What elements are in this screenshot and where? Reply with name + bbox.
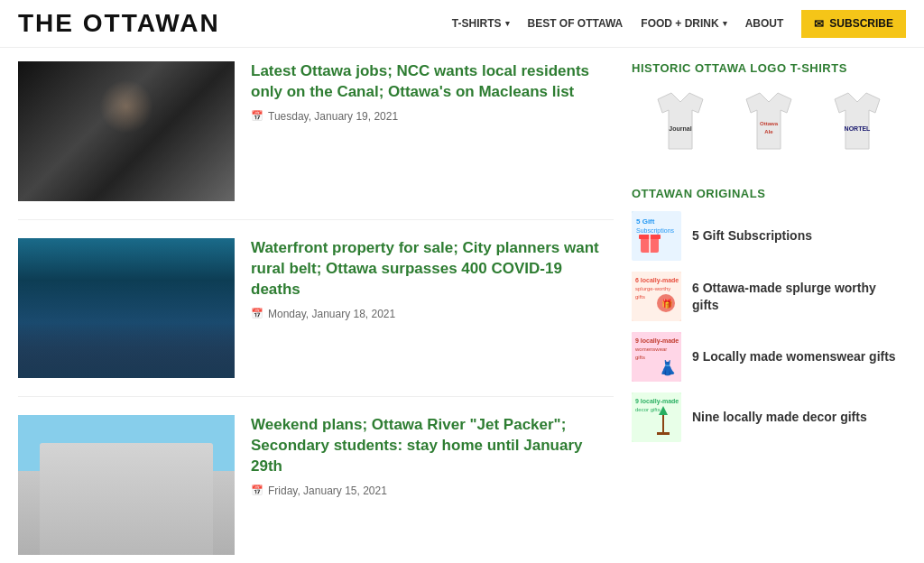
article-body: Weekend plans; Ottawa River "Jet Packer"… (251, 415, 614, 555)
sidebar: HISTORIC OTTAWA LOGO T-SHIRTS Journal Ot… (632, 61, 906, 563)
main-nav: T-SHIRTS ▾ BEST OF OTTAWA FOOD + DRINK ▾… (452, 10, 906, 38)
svg-text:gifts: gifts (635, 294, 645, 300)
original-label: Nine locally made decor gifts (692, 409, 867, 425)
nav-tshirts[interactable]: T-SHIRTS ▾ (452, 17, 510, 30)
svg-text:womenswear: womenswear (634, 346, 667, 352)
original-thumbnail: 9 locally-made womenswear gifts 👗 (632, 332, 681, 382)
original-thumb-svg: 5 Gift Subscriptions (632, 211, 681, 261)
tshirt-item[interactable]: Journal (640, 86, 721, 167)
original-thumb-svg: 6 locally-made splurge-worthy gifts 🎁 (632, 272, 681, 321)
tshirt-item[interactable]: Ottawa Ale (728, 86, 809, 167)
originals-section: OTTAWAN ORIGINALS 5 Gift Subscriptions (632, 187, 906, 442)
article-item: Weekend plans; Ottawa River "Jet Packer"… (18, 415, 614, 563)
originals-title: OTTAWAN ORIGINALS (632, 187, 906, 200)
svg-text:Ale: Ale (764, 129, 773, 134)
svg-rect-29 (657, 432, 670, 435)
article-title[interactable]: Latest Ottawa jobs; NCC wants local resi… (251, 61, 614, 103)
header: THE OTTAWAN T-SHIRTS ▾ BEST OF OTTAWA FO… (0, 0, 924, 48)
calendar-icon: 📅 (251, 110, 263, 122)
original-item[interactable]: 9 locally-made decor gifts Nine locally … (632, 392, 906, 442)
svg-text:🎁: 🎁 (661, 298, 673, 309)
article-body: Latest Ottawa jobs; NCC wants local resi… (251, 61, 614, 201)
site-title: THE OTTAWAN (18, 9, 220, 38)
svg-text:splurge-worthy: splurge-worthy (635, 286, 670, 291)
article-thumbnail (18, 415, 235, 555)
nav-best-of-ottawa[interactable]: BEST OF OTTAWA (528, 17, 624, 30)
original-thumb-svg: 9 locally-made decor gifts (632, 392, 681, 442)
send-icon: ✉ (814, 17, 824, 31)
calendar-icon: 📅 (251, 485, 263, 496)
tshirt-item[interactable]: NORTEL (817, 86, 898, 167)
article-title[interactable]: Waterfront property for sale; City plann… (251, 238, 614, 300)
main-content: Latest Ottawa jobs; NCC wants local resi… (0, 48, 924, 563)
original-label: 9 Locally made womenswear gifts (692, 348, 896, 365)
article-body: Waterfront property for sale; City plann… (251, 238, 614, 378)
article-date: 📅 Friday, January 15, 2021 (251, 485, 614, 497)
svg-text:9 locally-made: 9 locally-made (635, 337, 679, 345)
article-date: 📅 Monday, January 18, 2021 (251, 308, 614, 320)
chevron-down-icon: ▾ (723, 19, 727, 28)
article-item: Waterfront property for sale; City plann… (18, 238, 614, 397)
subscribe-button[interactable]: ✉ SUBSCRIBE (801, 10, 906, 38)
original-thumbnail: 5 Gift Subscriptions (632, 211, 681, 261)
original-thumb-svg: 9 locally-made womenswear gifts 👗 (632, 332, 681, 382)
svg-marker-5 (835, 93, 880, 149)
svg-text:gifts: gifts (635, 355, 645, 360)
articles-list: Latest Ottawa jobs; NCC wants local resi… (18, 61, 614, 563)
svg-text:Subscriptions: Subscriptions (636, 227, 675, 235)
svg-text:decor gifts: decor gifts (635, 407, 661, 412)
article-title[interactable]: Weekend plans; Ottawa River "Jet Packer"… (251, 415, 614, 477)
original-label: 5 Gift Subscriptions (692, 227, 812, 244)
svg-text:Journal: Journal (669, 125, 691, 132)
svg-text:👗: 👗 (659, 359, 677, 376)
chevron-down-icon: ▾ (505, 19, 510, 28)
article-date: 📅 Tuesday, January 19, 2021 (251, 110, 614, 123)
tshirts-container: Journal Ottawa Ale NORTEL (632, 86, 906, 167)
svg-marker-0 (658, 93, 703, 149)
article-item: Latest Ottawa jobs; NCC wants local resi… (18, 61, 614, 220)
original-thumbnail: 9 locally-made decor gifts (632, 392, 681, 442)
svg-text:NORTEL: NORTEL (845, 125, 872, 132)
original-label: 6 Ottawa-made splurge worthy gifts (692, 280, 906, 312)
originals-list: 5 Gift Subscriptions 5 Gift Subscription… (632, 211, 906, 442)
svg-text:Ottawa: Ottawa (760, 121, 779, 126)
nav-food-drink[interactable]: FOOD + DRINK ▾ (641, 17, 726, 30)
nav-about[interactable]: ABOUT (745, 17, 784, 30)
original-item[interactable]: 6 locally-made splurge-worthy gifts 🎁 6 … (632, 272, 906, 321)
tshirt-svg: NORTEL (817, 86, 898, 167)
tshirts-title: HISTORIC OTTAWA LOGO T-SHIRTS (632, 61, 906, 75)
tshirt-svg: Ottawa Ale (728, 86, 809, 167)
original-thumbnail: 6 locally-made splurge-worthy gifts 🎁 (632, 272, 681, 321)
article-thumbnail (18, 61, 235, 201)
article-thumbnail (18, 238, 235, 378)
tshirt-svg: Journal (640, 86, 721, 167)
svg-text:6 locally-made: 6 locally-made (635, 277, 679, 284)
original-item[interactable]: 5 Gift Subscriptions 5 Gift Subscription… (632, 211, 906, 261)
svg-text:5 Gift: 5 Gift (636, 217, 655, 226)
tshirts-section: HISTORIC OTTAWA LOGO T-SHIRTS Journal Ot… (632, 61, 906, 167)
original-item[interactable]: 9 locally-made womenswear gifts 👗 9 Loca… (632, 332, 906, 382)
calendar-icon: 📅 (251, 308, 263, 319)
svg-text:9 locally-made: 9 locally-made (635, 398, 679, 405)
